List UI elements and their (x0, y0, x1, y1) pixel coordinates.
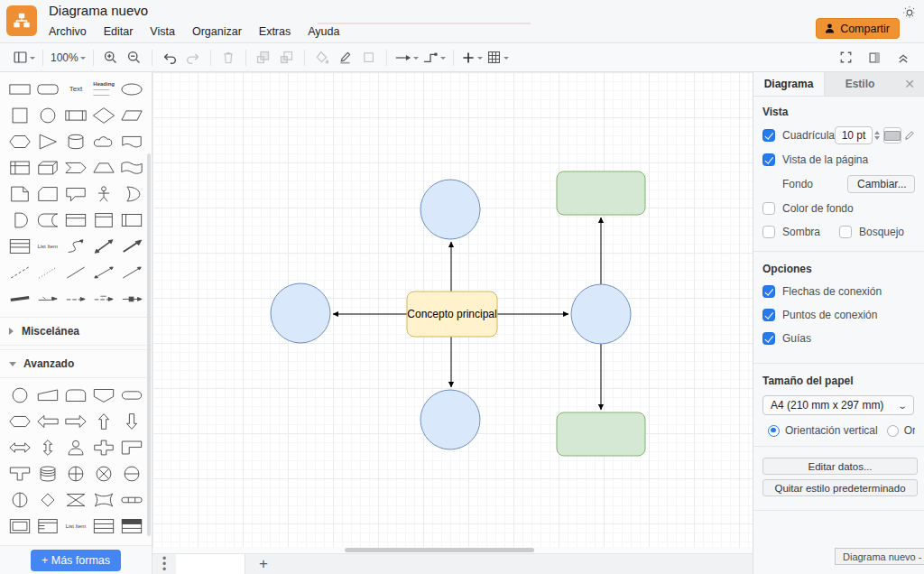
shape-arrow-left[interactable] (33, 408, 61, 434)
shape-arrow-link[interactable] (33, 285, 61, 311)
shape-trapezoid[interactable] (90, 154, 118, 181)
shape-circle-line[interactable] (5, 486, 33, 513)
shape-tape[interactable] (118, 154, 146, 181)
shape-adv-list-item[interactable]: List Item (61, 513, 89, 539)
shape-collate[interactable] (90, 486, 118, 513)
menu-organizar[interactable]: Organizar (192, 25, 242, 38)
shape-labeled-arrow[interactable] (90, 285, 118, 311)
shape-horizontal-container[interactable] (118, 207, 146, 233)
delete-button[interactable] (218, 47, 238, 69)
tab-diagrama[interactable]: Diagrama (753, 72, 825, 96)
paper-size-select[interactable]: A4 (210 mm x 297 mm) ⌄ (762, 395, 914, 415)
shape-vertical-container[interactable] (90, 207, 118, 233)
sketch-checkbox[interactable] (839, 226, 852, 238)
shape-data-store[interactable] (33, 460, 61, 486)
shape-bidirectional-connector[interactable] (90, 259, 118, 285)
node-circle-right[interactable] (571, 284, 631, 344)
step-down-icon[interactable] (874, 136, 880, 143)
shape-arrow[interactable] (118, 233, 146, 259)
shape-dashed-line[interactable] (5, 259, 33, 285)
shape-document[interactable] (118, 128, 146, 154)
menu-ayuda[interactable]: Ayuda (308, 25, 339, 38)
shape-circle-shape[interactable] (5, 382, 33, 408)
shape-tee[interactable] (5, 460, 33, 486)
shape-triangle[interactable] (33, 128, 61, 154)
horizontal-scrollbar-track[interactable] (152, 547, 753, 553)
shape-card[interactable] (33, 181, 61, 207)
shape-preparation[interactable] (5, 408, 33, 434)
shape-circle[interactable] (33, 102, 61, 128)
horizontal-scrollbar-thumb[interactable] (345, 548, 534, 552)
shape-simple-arrow[interactable] (61, 285, 89, 311)
option-checkbox[interactable] (762, 285, 775, 298)
option-checkbox[interactable] (762, 309, 775, 321)
node-green-bottom[interactable] (557, 412, 645, 456)
edit-data-button[interactable]: Editar datos... (762, 458, 918, 475)
change-background-button[interactable]: Cambiar... (847, 175, 915, 193)
sidebar-section-miscelanea[interactable]: Miscelánea (0, 317, 152, 346)
shape-list-item[interactable]: List Item (33, 233, 61, 259)
shape-heading[interactable]: Heading―――――― (90, 76, 118, 102)
sidebar-section-avanzado[interactable]: Avanzado (0, 349, 152, 378)
shape-cube[interactable] (33, 154, 61, 181)
shape-corner[interactable] (118, 434, 146, 460)
shape-entity-arrow[interactable] (118, 285, 146, 311)
menu-archivo[interactable]: Archivo (49, 25, 87, 38)
grid-color-swatch[interactable] (883, 127, 901, 144)
shape-cross[interactable] (90, 434, 118, 460)
shape-bidirectional-arrow[interactable] (90, 233, 118, 259)
page-tab-active[interactable] (176, 554, 245, 574)
shape-arrow-up[interactable] (90, 408, 118, 434)
to-front-button[interactable] (254, 47, 273, 69)
fill-color-button[interactable] (312, 47, 332, 69)
shape-table-rows[interactable] (90, 513, 118, 539)
zoom-in-button[interactable] (101, 47, 121, 69)
shape-circle-minus[interactable] (118, 460, 146, 486)
shape-xor-junction[interactable] (90, 460, 118, 486)
theme-toggle-icon[interactable] (902, 5, 917, 20)
shape-link[interactable] (5, 285, 33, 311)
shape-window[interactable] (33, 513, 61, 539)
menu-editar[interactable]: Editar (104, 25, 134, 38)
shape-off-page[interactable] (90, 382, 118, 408)
shape-or[interactable] (118, 181, 146, 207)
bg-color-checkbox[interactable] (762, 202, 775, 215)
tab-estilo[interactable]: Estilo (825, 72, 895, 96)
shape-container[interactable] (61, 207, 89, 233)
undo-button[interactable] (160, 47, 180, 69)
close-panel-icon[interactable]: ✕ (895, 72, 924, 96)
drawing-canvas[interactable]: Concepto principal (152, 72, 753, 547)
insert-button[interactable] (461, 47, 483, 69)
collapse-toolbar-button[interactable] (893, 47, 913, 69)
more-shapes-button[interactable]: + Más formas (31, 550, 121, 571)
edit-color-icon[interactable] (904, 130, 915, 141)
view-layout-button[interactable] (13, 47, 35, 69)
shape-and[interactable] (5, 207, 33, 233)
shape-list[interactable] (5, 233, 33, 259)
waypoint-style-button[interactable] (422, 47, 446, 69)
menu-extras[interactable]: Extras (259, 25, 291, 38)
shape-table-rows-dark[interactable] (118, 513, 146, 539)
to-back-button[interactable] (277, 47, 297, 69)
shape-frame[interactable] (5, 513, 33, 539)
shape-square[interactable] (5, 102, 33, 128)
shape-dotted-line[interactable] (33, 259, 61, 285)
shape-user[interactable] (61, 434, 89, 460)
shape-hexagon[interactable] (5, 128, 33, 154)
shape-note[interactable] (5, 181, 33, 207)
shape-process[interactable] (61, 102, 89, 128)
menu-vista[interactable]: Vista (150, 25, 175, 38)
node-circle-bottom[interactable] (420, 390, 480, 449)
shape-parallelogram[interactable] (118, 102, 146, 128)
option-checkbox[interactable] (762, 332, 775, 345)
add-page-button[interactable]: + (245, 555, 282, 573)
shape-terminator[interactable] (118, 382, 146, 408)
zoom-level-dropdown[interactable]: 100% (51, 47, 86, 69)
shape-loop-limit[interactable] (61, 382, 89, 408)
grid-size-input[interactable] (835, 126, 873, 144)
shape-or-junction[interactable] (61, 460, 89, 486)
shape-arrow-horizontal[interactable] (5, 434, 33, 460)
step-up-icon[interactable] (874, 128, 880, 134)
grid-size-stepper[interactable] (874, 128, 880, 143)
redo-button[interactable] (183, 47, 203, 69)
